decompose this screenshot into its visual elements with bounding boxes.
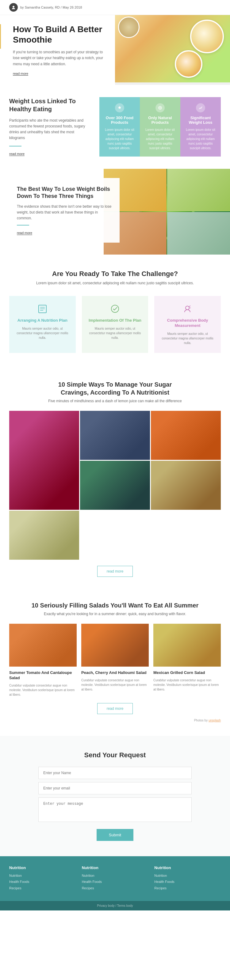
weight-loss-icon xyxy=(196,103,205,113)
challenge-subtitle: Lorem ipsum dolor sit amet, consectetur … xyxy=(9,281,221,285)
challenge-section: Are You Ready To Take The Challenge? Lor… xyxy=(0,255,230,368)
salads-subtitle: Exactly what you're looking for in a sum… xyxy=(9,612,221,616)
best-way-card: The Best Way To Lose Weight Boils Down T… xyxy=(9,178,120,243)
best-way-read-more[interactable]: read more xyxy=(17,231,32,235)
challenge-cards: Arranging A Nutrition Plan Mauris semper… xyxy=(9,296,221,353)
weight-card-0-title: Over 300 Food Products xyxy=(104,116,135,125)
footer-col-1-title: Nutrition xyxy=(82,865,149,870)
nutrition-plan-icon xyxy=(37,304,48,314)
photo-cell-2 xyxy=(151,411,221,460)
sugar-subtitle: Five minutes of mindfulness and a dash o… xyxy=(9,399,221,403)
photo-2 xyxy=(151,411,221,460)
hero-read-more[interactable]: read more xyxy=(13,72,28,76)
submit-button[interactable]: Submit xyxy=(97,829,133,841)
challenge-card-0: Arranging A Nutrition Plan Mauris semper… xyxy=(9,296,76,353)
salad-card-1: Peach, Cherry And Halloumi Salad Curabit… xyxy=(81,624,149,697)
photo-grid xyxy=(9,411,221,560)
natural-products-icon xyxy=(155,103,165,113)
footer-link-1-1[interactable]: Health Foods xyxy=(82,879,149,885)
best-way-title: The Best Way To Lose Weight Boils Down T… xyxy=(17,186,112,200)
photo-cell-5 xyxy=(9,511,79,560)
salad-card-0: Summer Tomato And Cantaloupe Salad Curab… xyxy=(9,624,77,697)
header-author: by Samantha Cassety, RD / May 26 2018 xyxy=(20,5,82,9)
challenge-card-1-title: Implementation Of The Plan xyxy=(86,318,144,323)
contact-section: Send Your Request Submit xyxy=(0,736,230,856)
hero-section: How To Build A Better Smoothie If you're… xyxy=(0,15,230,85)
footer-link-0-1[interactable]: Health Foods xyxy=(9,879,76,885)
message-field-group xyxy=(38,797,192,823)
footer-link-0-0[interactable]: Nutrition xyxy=(9,873,76,878)
challenge-card-2: Comprehensive Body Measurement Mauris se… xyxy=(154,296,221,353)
footer-bottom-text: Privacy body / Terms body xyxy=(9,904,221,907)
email-field-group xyxy=(38,782,192,794)
footer-col-0: Nutrition Nutrition Health Foods Recipes xyxy=(9,865,76,892)
salad-card-0-title: Summer Tomato And Cantaloupe Salad xyxy=(9,670,77,681)
svg-point-0 xyxy=(13,6,14,8)
svg-point-4 xyxy=(185,306,189,310)
food-products-icon xyxy=(115,103,124,113)
photos-by-link[interactable]: unsplash xyxy=(209,719,221,722)
hero-accent-bar xyxy=(0,24,1,49)
sugar-read-more[interactable]: read more xyxy=(97,566,133,577)
name-field-group xyxy=(38,767,192,779)
weight-cards: Over 300 Food Products Lorem ipsum dolor… xyxy=(99,97,221,156)
challenge-card-1-text: Mauris semper auctor odio, ut consectetu… xyxy=(86,326,144,340)
footer-bottom: Privacy body / Terms body xyxy=(0,901,230,910)
salad-card-2: Mexican Grilled Corn Salad Curabitur vul… xyxy=(153,624,221,697)
hero-food-visual xyxy=(115,15,230,83)
footer-col-1: Nutrition Nutrition Health Foods Recipes xyxy=(82,865,149,892)
svg-point-3 xyxy=(111,305,119,312)
footer-col-2-title: Nutrition xyxy=(154,865,221,870)
message-input[interactable] xyxy=(38,797,192,822)
photo-0 xyxy=(9,411,79,510)
hero-left: How To Build A Better Smoothie If you're… xyxy=(0,15,115,85)
photo-cell-0 xyxy=(9,411,79,510)
photo-cell-3 xyxy=(80,461,150,510)
footer-link-2-2[interactable]: Recipes xyxy=(154,886,221,891)
weight-card-1-text: Lorem ipsum dolor sit amet, consectetur … xyxy=(144,127,176,150)
salads-read-more[interactable]: read more xyxy=(97,703,133,714)
challenge-card-2-text: Mauris semper auctor odio, ut consectetu… xyxy=(159,331,216,345)
photo-1 xyxy=(80,411,150,460)
weight-read-more[interactable]: read more xyxy=(9,152,24,156)
sugar-title: 10 Simple Ways To Manage Your Sugar Crav… xyxy=(54,380,176,396)
challenge-card-0-title: Arranging A Nutrition Plan xyxy=(14,318,71,323)
best-way-section: The Best Way To Lose Weight Boils Down T… xyxy=(0,169,230,255)
weight-card-2: Significant Weight Loss Lorem ipsum dolo… xyxy=(180,97,221,156)
footer-link-2-0[interactable]: Nutrition xyxy=(154,873,221,878)
logo-svg xyxy=(11,5,16,10)
name-input[interactable] xyxy=(38,767,192,779)
salad-card-1-text: Curabitur vulputate consectetur augue no… xyxy=(81,678,149,692)
collage-2 xyxy=(167,169,230,212)
section-divider xyxy=(9,146,21,146)
photo-cell-4 xyxy=(151,461,221,510)
food-plate-1 xyxy=(190,20,224,53)
salad-image-2 xyxy=(153,624,221,667)
hero-text: If you're turning to smoothies as part o… xyxy=(13,49,106,67)
email-input[interactable] xyxy=(38,782,192,794)
footer-link-0-2[interactable]: Recipes xyxy=(9,886,76,891)
salad-card-2-title: Mexican Grilled Corn Salad xyxy=(153,670,221,676)
salad-card-2-text: Curabitur vulputate consectetur augue no… xyxy=(153,678,221,692)
challenge-card-2-title: Comprehensive Body Measurement xyxy=(159,318,216,328)
salad-cards: Summer Tomato And Cantaloupe Salad Curab… xyxy=(9,624,221,697)
footer-link-1-2[interactable]: Recipes xyxy=(82,886,149,891)
weight-card-2-text: Lorem ipsum dolor sit amet, consectetur … xyxy=(185,127,216,150)
food-plate-2 xyxy=(175,50,203,78)
best-way-text: The evidence shows that there isn't one … xyxy=(17,204,112,221)
food-collage xyxy=(104,169,230,255)
salad-image-0 xyxy=(9,624,77,667)
sugar-section: 10 Simple Ways To Manage Your Sugar Crav… xyxy=(0,368,230,589)
contact-inner: Send Your Request Submit xyxy=(38,751,192,841)
footer-link-1-0[interactable]: Nutrition xyxy=(82,873,149,878)
photo-5 xyxy=(9,511,79,560)
salads-section: 10 Seriously Filling Salads You'll Want … xyxy=(0,589,230,736)
salads-title: 10 Seriously Filling Salads You'll Want … xyxy=(9,601,221,609)
weight-card-1-title: Only Natural Products xyxy=(144,116,176,125)
logo-icon xyxy=(9,3,18,12)
photo-4 xyxy=(151,461,221,510)
weight-card-2-title: Significant Weight Loss xyxy=(185,116,216,125)
footer-link-2-1[interactable]: Health Foods xyxy=(154,879,221,885)
contact-title: Send Your Request xyxy=(38,751,192,759)
best-way-divider xyxy=(17,225,29,226)
